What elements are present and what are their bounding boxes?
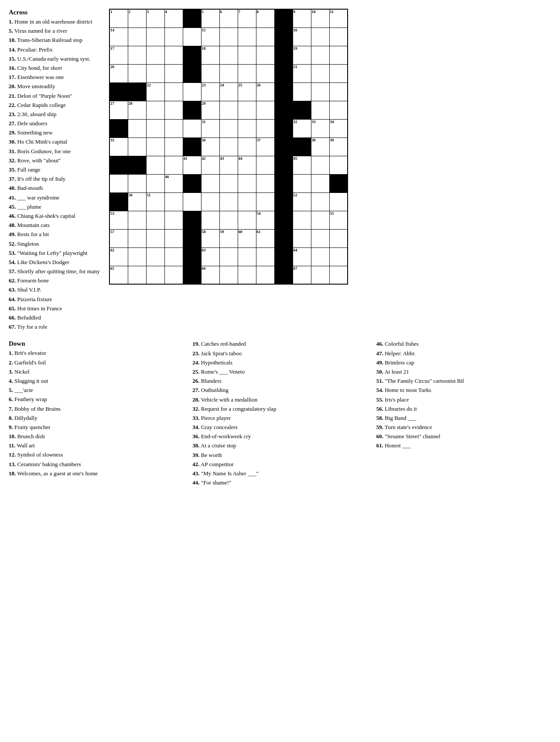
grid-cell-2-6[interactable] — [219, 46, 238, 64]
grid-cell-7-8[interactable]: 37 — [256, 137, 274, 156]
grid-cell-5-3[interactable] — [164, 101, 183, 119]
grid-cell-11-8[interactable]: 54 — [256, 211, 274, 229]
grid-cell-11-2[interactable] — [146, 211, 164, 229]
grid-cell-6-8[interactable] — [256, 119, 274, 137]
grid-cell-13-12[interactable] — [329, 247, 348, 266]
grid-cell-9-0[interactable] — [109, 174, 128, 192]
grid-cell-13-1[interactable] — [128, 247, 146, 266]
grid-cell-11-3[interactable] — [164, 211, 183, 229]
grid-cell-4-8[interactable]: 26 — [256, 82, 274, 101]
grid-cell-1-4[interactable] — [183, 27, 201, 46]
grid-cell-4-2[interactable]: 22 — [146, 82, 164, 101]
grid-cell-9-3[interactable]: 46 — [164, 174, 183, 192]
grid-cell-2-0[interactable]: 17 — [109, 46, 128, 64]
grid-cell-1-12[interactable] — [329, 27, 348, 46]
grid-cell-11-6[interactable] — [219, 211, 238, 229]
grid-cell-0-8[interactable]: 8 — [256, 9, 274, 27]
grid-cell-14-7[interactable] — [238, 266, 256, 284]
grid-cell-7-11[interactable]: 38 — [311, 137, 329, 156]
grid-cell-12-10[interactable] — [293, 229, 311, 247]
grid-cell-9-1[interactable] — [128, 174, 146, 192]
grid-cell-11-0[interactable]: 53 — [109, 211, 128, 229]
grid-cell-3-5[interactable] — [201, 64, 219, 82]
grid-cell-14-11[interactable] — [311, 266, 329, 284]
grid-cell-2-7[interactable] — [238, 46, 256, 64]
grid-cell-9-2[interactable] — [146, 174, 164, 192]
grid-cell-8-4[interactable]: 41 — [183, 156, 201, 174]
grid-cell-10-10[interactable]: 52 — [293, 192, 311, 211]
grid-cell-2-3[interactable] — [164, 46, 183, 64]
grid-cell-6-5[interactable]: 31 — [201, 119, 219, 137]
grid-cell-14-5[interactable]: 66 — [201, 266, 219, 284]
grid-cell-8-12[interactable] — [329, 156, 348, 174]
grid-cell-10-3[interactable] — [164, 192, 183, 211]
grid-cell-8-2[interactable] — [146, 156, 164, 174]
grid-cell-6-1[interactable] — [128, 119, 146, 137]
grid-cell-7-3[interactable] — [164, 137, 183, 156]
grid-cell-9-10[interactable] — [293, 174, 311, 192]
grid-cell-1-0[interactable]: 14 — [109, 27, 128, 46]
grid-cell-9-5[interactable] — [201, 174, 219, 192]
grid-cell-6-10[interactable]: 32 — [293, 119, 311, 137]
grid-cell-11-10[interactable] — [293, 211, 311, 229]
grid-cell-1-6[interactable] — [219, 27, 238, 46]
grid-cell-0-3[interactable]: 4 — [164, 9, 183, 27]
grid-cell-12-6[interactable]: 59 — [219, 229, 238, 247]
grid-cell-10-7[interactable] — [238, 192, 256, 211]
grid-cell-10-4[interactable] — [183, 192, 201, 211]
grid-cell-14-1[interactable] — [128, 266, 146, 284]
grid-cell-10-2[interactable]: 51 — [146, 192, 164, 211]
grid-cell-6-4[interactable] — [183, 119, 201, 137]
grid-cell-4-10[interactable] — [293, 82, 311, 101]
grid-cell-4-3[interactable] — [164, 82, 183, 101]
grid-cell-12-5[interactable]: 58 — [201, 229, 219, 247]
grid-cell-1-3[interactable] — [164, 27, 183, 46]
grid-cell-13-10[interactable]: 64 — [293, 247, 311, 266]
grid-cell-12-3[interactable] — [164, 229, 183, 247]
grid-cell-13-5[interactable]: 63 — [201, 247, 219, 266]
crossword-grid[interactable]: 1234567891011141516171819202122232425262… — [109, 9, 348, 285]
grid-cell-3-11[interactable] — [311, 64, 329, 82]
grid-cell-3-8[interactable] — [256, 64, 274, 82]
grid-cell-9-11[interactable] — [311, 174, 329, 192]
grid-cell-4-6[interactable]: 24 — [219, 82, 238, 101]
grid-cell-4-12[interactable] — [329, 82, 348, 101]
grid-cell-14-8[interactable] — [256, 266, 274, 284]
grid-cell-1-5[interactable]: 15 — [201, 27, 219, 46]
grid-cell-9-6[interactable] — [219, 174, 238, 192]
grid-cell-13-11[interactable] — [311, 247, 329, 266]
grid-cell-7-2[interactable] — [146, 137, 164, 156]
grid-cell-8-3[interactable] — [164, 156, 183, 174]
grid-cell-1-2[interactable] — [146, 27, 164, 46]
grid-cell-3-2[interactable] — [146, 64, 164, 82]
grid-cell-7-0[interactable]: 35 — [109, 137, 128, 156]
grid-cell-4-7[interactable]: 25 — [238, 82, 256, 101]
grid-cell-1-7[interactable] — [238, 27, 256, 46]
grid-cell-3-3[interactable] — [164, 64, 183, 82]
grid-cell-0-2[interactable]: 3 — [146, 9, 164, 27]
grid-cell-6-2[interactable] — [146, 119, 164, 137]
grid-cell-12-1[interactable] — [128, 229, 146, 247]
grid-cell-3-12[interactable] — [329, 64, 348, 82]
grid-cell-10-6[interactable] — [219, 192, 238, 211]
grid-cell-11-5[interactable] — [201, 211, 219, 229]
grid-cell-1-11[interactable] — [311, 27, 329, 46]
grid-cell-0-12[interactable]: 11 — [329, 9, 348, 27]
grid-cell-3-1[interactable] — [128, 64, 146, 82]
grid-cell-14-0[interactable]: 65 — [109, 266, 128, 284]
grid-cell-0-10[interactable]: 9 — [293, 9, 311, 27]
grid-cell-0-5[interactable]: 5 — [201, 9, 219, 27]
grid-cell-10-5[interactable] — [201, 192, 219, 211]
grid-cell-7-5[interactable]: 36 — [201, 137, 219, 156]
grid-cell-9-8[interactable] — [256, 174, 274, 192]
grid-cell-3-0[interactable]: 20 — [109, 64, 128, 82]
grid-cell-5-12[interactable] — [329, 101, 348, 119]
grid-cell-14-6[interactable] — [219, 266, 238, 284]
grid-cell-9-7[interactable] — [238, 174, 256, 192]
grid-cell-4-11[interactable] — [311, 82, 329, 101]
grid-cell-7-1[interactable] — [128, 137, 146, 156]
grid-cell-12-2[interactable] — [146, 229, 164, 247]
grid-cell-10-8[interactable] — [256, 192, 274, 211]
grid-cell-13-7[interactable] — [238, 247, 256, 266]
grid-cell-2-11[interactable] — [311, 46, 329, 64]
